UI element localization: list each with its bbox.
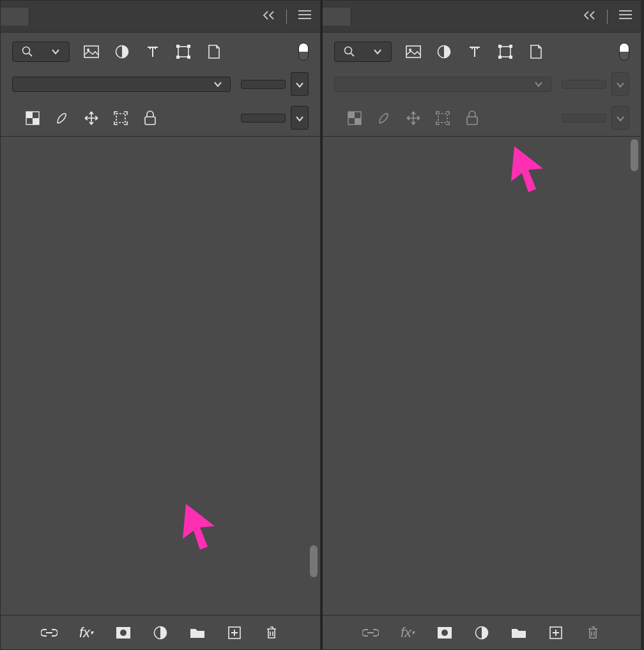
svg-rect-1	[84, 46, 98, 57]
fill-dropdown[interactable]	[291, 106, 309, 130]
tab-layers[interactable]	[323, 8, 351, 26]
opacity-value[interactable]	[241, 80, 286, 89]
svg-point-0	[23, 47, 30, 54]
svg-rect-25	[498, 56, 502, 59]
panel-menu-button[interactable]	[610, 9, 641, 24]
filter-type-icon[interactable]	[466, 43, 484, 61]
filter-type-icon[interactable]	[144, 43, 162, 61]
opacity-value[interactable]	[562, 80, 606, 89]
panel-tab-row	[1, 1, 320, 33]
delete-layer-button[interactable]	[263, 624, 280, 642]
layer-style-button[interactable]: fx▾	[77, 624, 95, 642]
filter-smartobject-icon[interactable]	[205, 43, 223, 61]
add-mask-button[interactable]	[114, 624, 132, 642]
svg-rect-19	[406, 46, 420, 57]
lock-row	[323, 101, 641, 136]
collapse-button[interactable]	[575, 9, 604, 24]
cursor-annotation	[180, 501, 224, 552]
layer-list[interactable]	[323, 136, 641, 615]
lock-row	[1, 101, 320, 136]
svg-rect-26	[509, 56, 512, 59]
svg-rect-30	[438, 114, 447, 123]
layer-style-button[interactable]: fx▾	[399, 624, 417, 642]
new-adjustment-button[interactable]	[473, 624, 491, 642]
panel-tab-row	[323, 1, 641, 33]
new-group-button[interactable]	[510, 624, 528, 642]
filter-row	[323, 33, 641, 67]
filter-shape-icon[interactable]	[174, 43, 192, 61]
svg-rect-28	[348, 112, 355, 118]
svg-rect-22	[500, 47, 510, 57]
svg-rect-5	[176, 45, 180, 48]
svg-rect-23	[498, 45, 502, 48]
chevron-down-icon	[213, 81, 222, 87]
svg-rect-13	[145, 117, 155, 125]
svg-point-15	[120, 630, 126, 636]
fill-dropdown[interactable]	[611, 106, 629, 130]
link-layers-button[interactable]	[40, 624, 58, 642]
add-mask-button[interactable]	[436, 624, 454, 642]
svg-rect-31	[467, 117, 477, 125]
svg-rect-10	[26, 112, 33, 118]
lock-pixels-icon[interactable]	[53, 109, 71, 127]
panel-footer: fx▾	[323, 615, 641, 649]
lock-artboard-icon[interactable]	[434, 109, 452, 127]
collapse-button[interactable]	[254, 9, 284, 24]
filter-smartobject-icon[interactable]	[527, 43, 545, 61]
lock-position-icon[interactable]	[82, 109, 100, 127]
layers-panel-left: fx▾	[0, 0, 321, 650]
filter-toggle[interactable]	[298, 43, 309, 61]
scrollbar-thumb[interactable]	[310, 545, 318, 577]
blend-mode-select[interactable]	[12, 77, 231, 92]
svg-rect-6	[187, 45, 190, 48]
filter-row	[1, 33, 320, 67]
filter-adjustment-icon[interactable]	[435, 43, 453, 61]
svg-rect-4	[178, 47, 188, 57]
lock-transparent-icon[interactable]	[24, 109, 42, 127]
delete-layer-button[interactable]	[584, 624, 602, 642]
lock-pixels-icon[interactable]	[375, 109, 393, 127]
filter-kind-select[interactable]	[334, 42, 392, 62]
cursor-annotation	[508, 143, 553, 194]
panel-menu-button[interactable]	[289, 9, 320, 24]
blend-row	[323, 67, 641, 101]
divider	[607, 10, 608, 24]
opacity-dropdown[interactable]	[611, 72, 629, 96]
tab-layers[interactable]	[1, 8, 29, 26]
layers-panel-right: fx▾	[321, 0, 641, 650]
lock-artboard-icon[interactable]	[112, 109, 130, 127]
lock-position-icon[interactable]	[404, 109, 422, 127]
opacity-dropdown[interactable]	[291, 72, 309, 96]
svg-rect-8	[187, 56, 190, 59]
lock-transparent-icon[interactable]	[346, 109, 364, 127]
scrollbar-thumb[interactable]	[631, 139, 638, 171]
fill-value[interactable]	[562, 114, 606, 123]
blend-mode-select[interactable]	[334, 77, 551, 92]
svg-rect-24	[509, 45, 512, 48]
new-layer-button[interactable]	[547, 624, 565, 642]
filter-adjustment-icon[interactable]	[113, 43, 131, 61]
lock-all-icon[interactable]	[141, 109, 159, 127]
svg-rect-7	[176, 56, 180, 59]
svg-point-18	[345, 47, 352, 54]
new-layer-button[interactable]	[226, 624, 243, 642]
filter-pixel-icon[interactable]	[404, 43, 422, 61]
search-icon	[344, 46, 355, 57]
fill-value[interactable]	[241, 114, 286, 123]
svg-rect-29	[355, 118, 361, 125]
new-adjustment-button[interactable]	[151, 624, 169, 642]
new-group-button[interactable]	[188, 624, 206, 642]
chevron-down-icon	[534, 81, 543, 87]
panel-footer: fx▾	[1, 615, 320, 649]
filter-kind-select[interactable]	[12, 42, 70, 62]
search-icon	[22, 46, 33, 57]
lock-all-icon[interactable]	[463, 109, 481, 127]
chevron-down-icon	[373, 49, 382, 55]
svg-rect-12	[116, 114, 125, 123]
layer-list[interactable]	[1, 136, 320, 615]
link-layers-button[interactable]	[362, 624, 379, 642]
filter-pixel-icon[interactable]	[82, 43, 100, 61]
filter-toggle[interactable]	[619, 43, 629, 61]
filter-shape-icon[interactable]	[496, 43, 514, 61]
chevron-down-icon	[51, 49, 60, 55]
